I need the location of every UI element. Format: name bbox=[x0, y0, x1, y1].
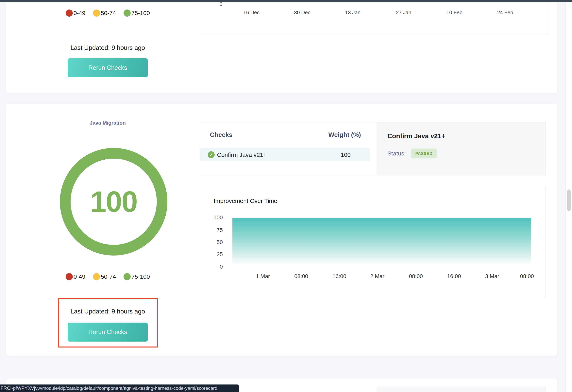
ytick-25: 25 bbox=[205, 251, 223, 258]
legend-label: 50-74 bbox=[101, 10, 116, 16]
xtick: 1 Mar bbox=[247, 273, 279, 279]
legend-label: 50-74 bbox=[101, 273, 116, 280]
check-passed-icon: ✓ bbox=[208, 151, 215, 158]
scrollbar-thumb[interactable] bbox=[567, 189, 571, 211]
legend-green-dot-icon bbox=[124, 10, 131, 16]
xtick: 16:00 bbox=[324, 273, 355, 279]
checks-panel: Checks Weight (%) ✓ Confirm Java v21+ 10… bbox=[200, 122, 545, 175]
xtick: 2 Mar bbox=[362, 273, 393, 279]
rerun-checks-label: Rerun Checks bbox=[88, 64, 127, 71]
status-badge: PASSED bbox=[411, 148, 437, 158]
ytick-50: 50 bbox=[205, 239, 223, 245]
weight-column-header: Weight (%) bbox=[311, 131, 361, 138]
check-name: Confirm Java v21+ bbox=[217, 151, 267, 158]
check-detail-title: Confirm Java v21+ bbox=[387, 132, 445, 140]
legend-red-dot-icon bbox=[66, 10, 73, 16]
check-detail-panel: Confirm Java v21+ Status: PASSED bbox=[377, 122, 545, 175]
trend-xtick: 10 Feb bbox=[441, 10, 468, 16]
area-series-fill bbox=[232, 218, 531, 267]
status-label: Status: bbox=[387, 150, 406, 157]
scorecard-title: Java Migration bbox=[90, 120, 126, 126]
legend-label: 0-49 bbox=[74, 10, 85, 16]
trend-xtick: 30 Dec bbox=[288, 10, 316, 16]
checks-panel bbox=[200, 386, 545, 392]
legend-item-low: 0-49 bbox=[66, 273, 85, 280]
trend-xtick: 16 Dec bbox=[238, 10, 265, 16]
score-legend: 0-49 50-74 75-100 bbox=[6, 273, 209, 280]
ytick-100: 100 bbox=[205, 214, 223, 221]
legend-red-dot-icon bbox=[66, 273, 73, 280]
xtick: 08:00 bbox=[286, 273, 317, 279]
scorecard-card-top: 0-49 50-74 75-100 Last Updated: 9 hours … bbox=[6, 2, 557, 93]
chart-title: Improvement Over Time bbox=[214, 197, 277, 204]
legend-item-high: 75-100 bbox=[124, 10, 150, 16]
legend-item-mid: 50-74 bbox=[93, 273, 116, 280]
check-status-row: Status: PASSED bbox=[387, 148, 437, 158]
top-toolbar-edge bbox=[0, 0, 572, 2]
legend-label: 75-100 bbox=[131, 10, 150, 16]
last-updated-row: Last Updated: 9 hours ago bbox=[6, 308, 209, 315]
legend-label: 75-100 bbox=[131, 273, 150, 280]
check-detail-panel bbox=[377, 386, 545, 392]
xtick: 08:00 bbox=[511, 273, 543, 279]
link-preview-bar: FRCi-pfWPYXVjvw/module/idp/catalog/defau… bbox=[0, 384, 239, 392]
trend-ytick-0: 0 bbox=[217, 1, 225, 7]
legend-yellow-dot-icon bbox=[93, 273, 100, 280]
legend-yellow-dot-icon bbox=[93, 10, 100, 16]
check-row-confirm-java-v21[interactable]: ✓ Confirm Java v21+ 100 bbox=[200, 148, 370, 161]
ytick-0: 0 bbox=[205, 264, 223, 270]
rerun-checks-label: Rerun Checks bbox=[88, 328, 127, 336]
trend-xtick: 13 Jan bbox=[339, 10, 367, 16]
xtick: 3 Mar bbox=[476, 273, 508, 279]
legend-label: 0-49 bbox=[74, 273, 85, 280]
score-legend: 0-49 50-74 75-100 bbox=[6, 10, 209, 16]
legend-item-mid: 50-74 bbox=[93, 10, 116, 16]
trend-xtick: 27 Jan bbox=[390, 10, 417, 16]
score-trend-chart: 0 16 Dec 30 Dec 13 Jan 27 Jan 10 Feb 24 … bbox=[200, 2, 548, 35]
score-ring: 100 bbox=[60, 148, 167, 256]
legend-item-low: 0-49 bbox=[66, 10, 85, 16]
last-updated-text: Last Updated: 9 hours ago bbox=[70, 44, 145, 51]
rerun-checks-button[interactable]: Rerun Checks bbox=[68, 323, 148, 342]
checks-column-header: Checks bbox=[210, 131, 232, 138]
check-weight: 100 bbox=[331, 151, 361, 158]
xtick: 16:00 bbox=[438, 273, 470, 279]
scorecards-page: 0-49 50-74 75-100 Last Updated: 9 hours … bbox=[0, 0, 572, 392]
trend-xtick: 24 Feb bbox=[491, 10, 519, 16]
legend-item-high: 75-100 bbox=[124, 273, 150, 280]
ytick-75: 75 bbox=[205, 227, 223, 233]
score-value: 100 bbox=[90, 185, 137, 219]
xtick: 08:00 bbox=[400, 273, 432, 279]
legend-green-dot-icon bbox=[124, 273, 131, 280]
last-updated-row: Last Updated: 9 hours ago bbox=[6, 44, 209, 51]
link-preview-url: FRCi-pfWPYXVjvw/module/idp/catalog/defau… bbox=[0, 385, 217, 391]
last-updated-text: Last Updated: 9 hours ago bbox=[70, 308, 145, 315]
page-scrollbar[interactable] bbox=[565, 2, 572, 392]
improvement-over-time-chart: Improvement Over Time 100 75 50 25 0 1 M… bbox=[200, 186, 545, 298]
scorecard-card-java-migration: Java Migration 100 0-49 50-74 75-100 bbox=[6, 104, 557, 356]
rerun-checks-button[interactable]: Rerun Checks bbox=[68, 58, 148, 77]
